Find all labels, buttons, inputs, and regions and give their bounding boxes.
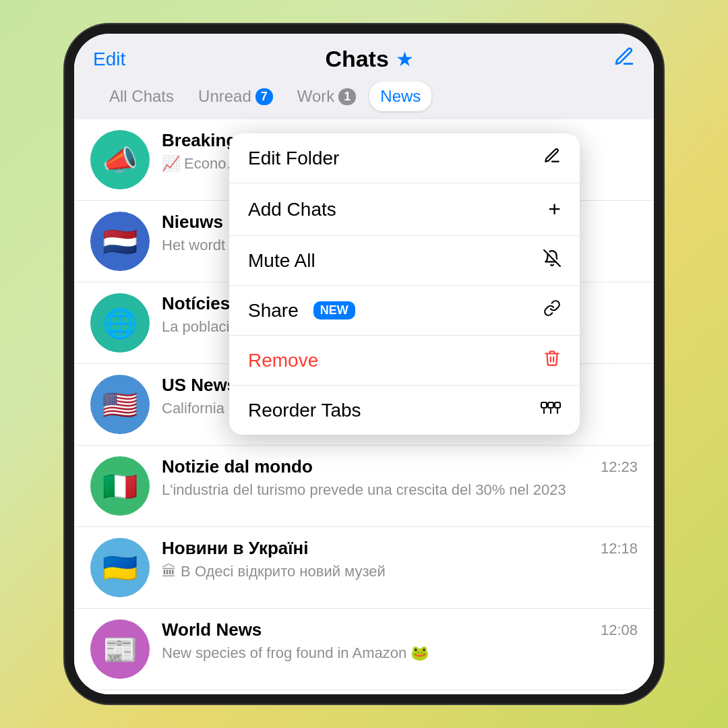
context-menu: Edit Folder Add Chats + Mute All <box>229 133 580 435</box>
menu-item-remove[interactable]: Remove <box>229 336 580 386</box>
chat-name: Notizie dal mondo <box>162 456 313 477</box>
list-item[interactable]: 🇮🇹 Notizie dal mondo 12:23 L'industria d… <box>74 446 654 527</box>
header: Edit Chats ★ All Chats Unre <box>74 34 654 119</box>
compose-button[interactable] <box>613 46 635 72</box>
menu-item-label: Remove <box>248 350 318 371</box>
avatar: 🇮🇹 <box>90 456 150 516</box>
chat-header-row: Новини в Україні 12:18 <box>162 538 638 559</box>
share-icon <box>543 299 561 322</box>
chat-preview: 🏛 В Одесі відкрито новий музей <box>162 562 638 582</box>
work-badge: 1 <box>338 88 356 105</box>
chat-header-row: World News 12:08 <box>162 619 638 640</box>
new-badge: NEW <box>313 301 355 320</box>
phone-screen: Edit Chats ★ All Chats Unre <box>74 34 654 694</box>
menu-item-label: Mute All <box>248 250 315 272</box>
chat-content: Notizie dal mondo 12:23 L'industria del … <box>162 456 638 501</box>
tabs-bar: All Chats Unread 7 Work 1 News <box>93 82 635 119</box>
chat-header-row: Notizie dal mondo 12:23 <box>162 456 638 477</box>
svg-rect-3 <box>555 402 560 408</box>
menu-item-reorder-tabs[interactable]: Reorder Tabs <box>229 386 580 435</box>
list-item[interactable]: 🇺🇦 Новини в Україні 12:18 🏛 В Одесі відк… <box>74 527 654 609</box>
avatar: 🇺🇸 <box>90 375 150 434</box>
page-title: Chats <box>325 46 388 72</box>
tab-unread[interactable]: Unread 7 <box>187 82 284 111</box>
trash-icon <box>543 349 561 371</box>
svg-line-0 <box>544 250 560 266</box>
menu-item-edit-folder[interactable]: Edit Folder <box>229 133 580 183</box>
mute-icon <box>543 249 561 272</box>
chat-preview: L'industria del turismo prevede una cres… <box>162 480 638 501</box>
menu-item-add-chats[interactable]: Add Chats + <box>229 183 580 236</box>
chat-time: 12:23 <box>601 458 638 476</box>
menu-item-share[interactable]: Share NEW <box>229 286 580 336</box>
share-label-area: Share NEW <box>248 300 355 322</box>
avatar: 📰 <box>90 619 150 679</box>
chat-name: Новини в Україні <box>162 538 309 559</box>
svg-rect-1 <box>541 402 547 408</box>
star-icon: ★ <box>396 47 414 71</box>
avatar: 🇺🇦 <box>90 538 150 597</box>
tab-work[interactable]: Work 1 <box>286 82 367 111</box>
header-top: Edit Chats ★ <box>93 46 635 72</box>
list-item[interactable]: 📰 World News 12:08 New species of frog f… <box>74 609 654 690</box>
menu-item-label: Add Chats <box>248 199 336 220</box>
reorder-icon <box>541 399 561 421</box>
menu-item-mute-all[interactable]: Mute All <box>229 236 580 286</box>
chat-name: World News <box>162 619 262 640</box>
title-area: Chats ★ <box>325 46 413 72</box>
chat-time: 12:08 <box>601 621 638 639</box>
avatar: 🌐 <box>90 293 150 353</box>
edit-button[interactable]: Edit <box>93 49 125 70</box>
add-chats-icon: + <box>548 197 561 222</box>
edit-folder-icon <box>543 147 561 169</box>
menu-item-label: Reorder Tabs <box>248 400 361 421</box>
menu-item-label: Share <box>248 300 299 322</box>
avatar: 📣 <box>90 130 150 189</box>
svg-rect-2 <box>548 402 553 408</box>
chat-time: 12:18 <box>601 540 638 557</box>
tab-news[interactable]: News <box>369 82 431 111</box>
unread-badge: 7 <box>255 88 273 105</box>
menu-item-label: Edit Folder <box>248 148 339 169</box>
phone-frame: Edit Chats ★ All Chats Unre <box>0 0 728 728</box>
tab-all-chats[interactable]: All Chats <box>98 82 185 111</box>
chat-content: World News 12:08 New species of frog fou… <box>162 619 638 664</box>
chat-preview: New species of frog found in Amazon 🐸 <box>162 643 638 664</box>
chat-content: Новини в Україні 12:18 🏛 В Одесі відкрит… <box>162 538 638 582</box>
chat-name: US News <box>162 375 237 396</box>
avatar: 🇳🇱 <box>90 212 150 271</box>
